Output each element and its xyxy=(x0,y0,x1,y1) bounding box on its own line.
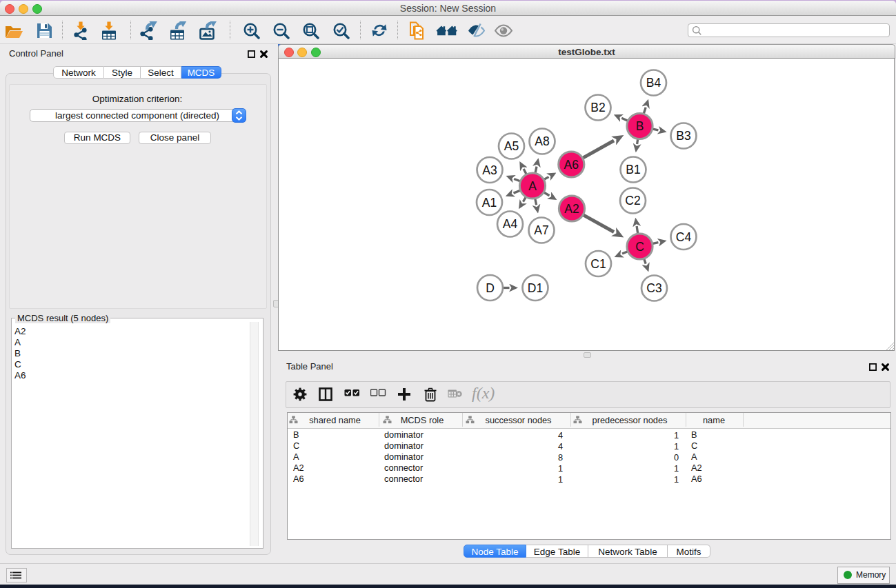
svg-text:A5: A5 xyxy=(504,139,519,153)
svg-text:A4: A4 xyxy=(503,217,518,231)
svg-text:B: B xyxy=(636,119,644,133)
svg-text:A6: A6 xyxy=(564,158,579,172)
svg-text:C: C xyxy=(635,240,644,254)
svg-text:C1: C1 xyxy=(590,257,606,271)
svg-text:C3: C3 xyxy=(646,281,661,295)
svg-text:B4: B4 xyxy=(646,76,661,90)
svg-text:C2: C2 xyxy=(625,194,640,207)
svg-text:A3: A3 xyxy=(482,163,497,177)
svg-text:B1: B1 xyxy=(626,163,640,176)
svg-text:B3: B3 xyxy=(676,129,690,143)
svg-text:D1: D1 xyxy=(528,281,543,295)
svg-text:D: D xyxy=(486,281,495,295)
svg-text:A: A xyxy=(528,179,537,193)
svg-text:A8: A8 xyxy=(535,134,549,148)
svg-text:A7: A7 xyxy=(534,223,548,237)
svg-text:C4: C4 xyxy=(676,230,692,244)
svg-text:A1: A1 xyxy=(482,196,497,210)
svg-text:B2: B2 xyxy=(590,101,605,114)
svg-text:A2: A2 xyxy=(564,202,579,216)
